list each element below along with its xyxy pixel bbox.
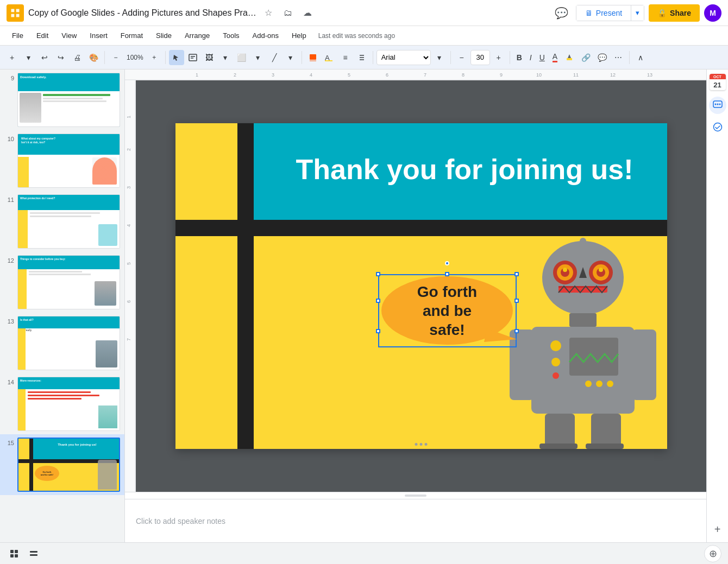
- select-tool-button[interactable]: [169, 50, 184, 65]
- svg-rect-66: [586, 443, 624, 449]
- font-dropdown[interactable]: ▾: [432, 50, 447, 65]
- menu-arrange[interactable]: Arrange: [179, 29, 215, 42]
- zoom-in-button[interactable]: +: [147, 50, 162, 65]
- menu-file[interactable]: File: [7, 29, 29, 42]
- undo-button[interactable]: ↩: [37, 50, 52, 65]
- slide-thumbnail-15[interactable]: 15 Thank you for joining us! Go forthand: [0, 434, 124, 495]
- add-button[interactable]: +: [4, 50, 20, 65]
- svg-point-44: [563, 268, 567, 272]
- svg-rect-77: [15, 550, 18, 553]
- calendar-widget[interactable]: OCT 21: [710, 74, 726, 90]
- title-action-icons: ☆ 🗂 ☁: [261, 5, 315, 21]
- toolbar-collapse-button[interactable]: ∧: [633, 50, 648, 65]
- menu-edit[interactable]: Edit: [31, 29, 54, 42]
- menu-addons[interactable]: Add-ons: [247, 29, 284, 42]
- shape-button[interactable]: ⬜: [234, 50, 249, 65]
- svg-rect-2: [11, 14, 15, 17]
- menu-insert[interactable]: Insert: [84, 29, 113, 42]
- link-button[interactable]: 🔗: [578, 50, 593, 65]
- fill-color-button[interactable]: [305, 50, 321, 65]
- bold-button[interactable]: B: [513, 50, 525, 65]
- line-spacing-button[interactable]: [354, 50, 369, 65]
- shape-dropdown[interactable]: ▾: [250, 50, 266, 65]
- present-dropdown-button[interactable]: ▾: [631, 5, 644, 21]
- font-size-decrease[interactable]: −: [454, 50, 469, 65]
- more-options-button[interactable]: ⋯: [611, 50, 626, 65]
- border-color-button[interactable]: A: [322, 50, 337, 65]
- slide-thumbnail-9[interactable]: 9 Download safely.: [0, 69, 124, 130]
- menu-slide[interactable]: Slide: [150, 29, 177, 42]
- font-size-group: − +: [454, 50, 506, 65]
- line-button[interactable]: ╱: [267, 50, 282, 65]
- font-size-increase[interactable]: +: [491, 50, 506, 65]
- separator-2: [165, 51, 166, 64]
- svg-text:5: 5: [348, 72, 350, 78]
- slide-thumbnail-10[interactable]: 10 What about my computer?Isn't it at ri…: [0, 130, 124, 191]
- lock-icon: 🔒: [657, 9, 667, 17]
- print-button[interactable]: 🖨: [70, 50, 85, 65]
- toolbar: + ▾ ↩ ↪ 🖨 🎨 − 100% + 🖼 ▾ ⬜ ▾ ╱ ▾ A ≡ Ari…: [0, 46, 728, 69]
- star-icon[interactable]: ☆: [261, 5, 276, 21]
- rotation-handle[interactable]: [445, 261, 449, 265]
- svg-text:4: 4: [126, 224, 131, 227]
- folder-icon[interactable]: 🗂: [280, 5, 296, 21]
- user-avatar[interactable]: M: [704, 4, 721, 22]
- svg-text:8: 8: [462, 72, 465, 78]
- slide-canvas[interactable]: Thank you for joining us!: [175, 123, 667, 449]
- image-dropdown[interactable]: ▾: [218, 50, 233, 65]
- image-button[interactable]: 🖼: [202, 50, 217, 65]
- svg-rect-16: [125, 69, 706, 80]
- slide-preview-13: Is that all? Not really. ?: [17, 316, 120, 370]
- menu-bar: File Edit View Insert Format Slide Arran…: [0, 26, 728, 46]
- slide-thumbnail-11[interactable]: 11 What protection do I need?: [0, 191, 124, 252]
- slide-preview-10: What about my computer?Isn't it at risk,…: [17, 134, 120, 188]
- highlight-button[interactable]: [562, 50, 577, 65]
- comment-button[interactable]: 💬: [552, 3, 572, 23]
- grid-view-button[interactable]: [7, 546, 22, 561]
- text-align-button[interactable]: ≡: [338, 50, 353, 65]
- check-circle-button[interactable]: [709, 118, 726, 136]
- line-dropdown[interactable]: ▾: [283, 50, 298, 65]
- underline-button[interactable]: U: [536, 50, 548, 65]
- chat-button[interactable]: [709, 97, 726, 114]
- app-logo: [7, 4, 24, 22]
- present-button[interactable]: 🖥 Present: [576, 5, 631, 21]
- canvas-container[interactable]: Thank you for joining us!: [136, 80, 706, 492]
- svg-point-54: [550, 340, 561, 351]
- menu-format[interactable]: Format: [115, 29, 148, 42]
- slide-thumbnail-14[interactable]: 14 More resources:: [0, 373, 124, 434]
- comment-inline-button[interactable]: 💬: [594, 50, 610, 65]
- font-size-input[interactable]: [470, 50, 490, 65]
- notes-drag-handle[interactable]: [125, 492, 706, 499]
- slide-thumbnail-12[interactable]: 12 Things to consider before you buy:: [0, 252, 124, 313]
- menu-view[interactable]: View: [56, 29, 82, 42]
- slide-thumbnail-13[interactable]: 13 Is that all? Not really. ?: [0, 313, 124, 373]
- text-color-button[interactable]: A: [549, 50, 561, 65]
- document-title: Copy of Google Slides - Adding Pictures …: [28, 8, 256, 18]
- svg-text:11: 11: [573, 72, 579, 78]
- cloud-icon[interactable]: ☁: [300, 5, 315, 21]
- svg-text:3: 3: [272, 72, 274, 78]
- share-button[interactable]: 🔒 Share: [649, 4, 700, 22]
- menu-tools[interactable]: Tools: [217, 29, 244, 42]
- zoom-out-button[interactable]: −: [108, 50, 123, 65]
- add-sidebar-button[interactable]: +: [709, 521, 726, 538]
- speech-bubble-selected[interactable]: Go forth and be safe!: [378, 274, 517, 364]
- slide-number-12: 12: [4, 255, 14, 264]
- add-dropdown[interactable]: ▾: [21, 50, 36, 65]
- svg-text:10: 10: [536, 72, 542, 78]
- menu-help[interactable]: Help: [286, 29, 312, 42]
- svg-marker-15: [568, 54, 571, 58]
- slide-preview-12: Things to consider before you buy:: [17, 255, 120, 309]
- svg-point-60: [607, 381, 613, 387]
- separator-4: [373, 51, 373, 64]
- text-box-button[interactable]: [185, 50, 200, 65]
- notes-area[interactable]: Click to add speaker notes: [125, 499, 706, 542]
- list-view-button[interactable]: [26, 546, 41, 561]
- paint-format-button[interactable]: 🎨: [86, 50, 101, 65]
- italic-button[interactable]: I: [526, 50, 535, 65]
- add-to-library-button[interactable]: ⊕: [704, 545, 721, 562]
- svg-rect-80: [30, 551, 37, 553]
- redo-button[interactable]: ↪: [53, 50, 68, 65]
- font-family-select[interactable]: Arial: [376, 50, 431, 65]
